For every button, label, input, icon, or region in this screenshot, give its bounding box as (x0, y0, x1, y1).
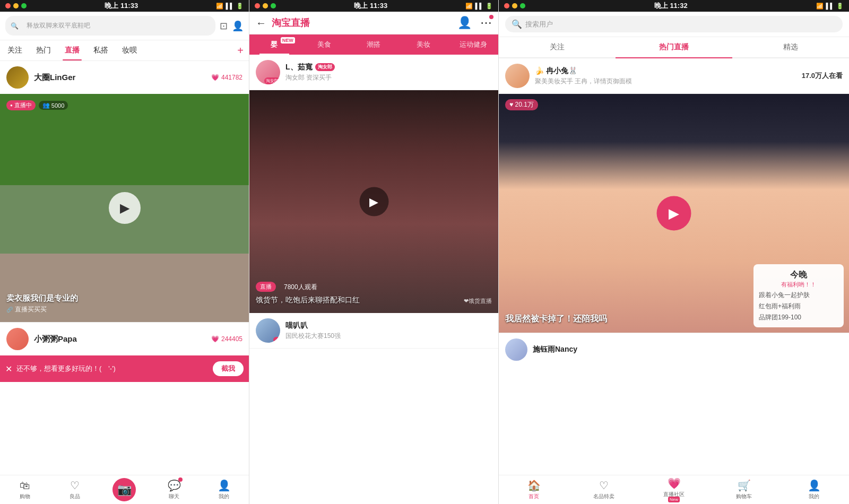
banner-action-button[interactable]: 截我 (213, 361, 244, 376)
tab-hot[interactable]: 热门 (34, 40, 53, 60)
streamer2-name[interactable]: 小粥粥Papa (34, 334, 211, 344)
fans-icon-2: 💗 (211, 335, 219, 343)
tabs-1: 关注 热门 直播 私搭 妆呗 + (0, 40, 249, 61)
panel-2: 晚上 11:33 📶 ▌▌ 🔋 ← 淘宝直播 👤 ⋯ 婴 NEW 美食 潮搭 美… (249, 0, 499, 504)
p3-promo-line3: 品牌团199-100 (759, 313, 838, 322)
p2-streamer1-row: 淘女郎 L、茹寬 淘女郎 淘女郎 资深买手 (249, 55, 498, 90)
tab-private[interactable]: 私搭 (91, 40, 110, 60)
cat-sports[interactable]: 运动健身 (448, 34, 498, 55)
p3-search-icon: 🔍 (512, 19, 522, 29)
p3-nav-home[interactable]: 🏠 首页 (499, 475, 569, 504)
profile-button-1[interactable]: 👤 (232, 20, 244, 32)
back-button[interactable]: ← (256, 17, 266, 29)
community-new-badge: New (668, 497, 680, 502)
p3-streamer2-avatar[interactable] (505, 338, 527, 361)
p3-nav-community[interactable]: 💗 直播社区 New (639, 475, 709, 504)
search-bar-1: 🔍 释放双脚来双平底鞋吧 ⊡ 👤 (0, 12, 249, 40)
signal-icon-3: ▌▌ (826, 3, 834, 9)
search-box-1[interactable]: 🔍 释放双脚来双平底鞋吧 (5, 16, 215, 36)
panel-3: 晚上 11:32 📶 ▌▌ 🔋 🔍 搜索用户 关注 热门直播 精选 🍌 冉小兔🐰… (499, 0, 849, 504)
status-bar-1: 晚上 11:33 📶 ▌▌ 🔋 (0, 0, 249, 12)
nav-gooditems-label: 良品 (70, 493, 80, 500)
p3-search-bar: 🔍 搜索用户 (499, 12, 849, 37)
p3-search-box[interactable]: 🔍 搜索用户 (505, 16, 843, 32)
banner-close-button[interactable]: ✕ (5, 364, 12, 374)
cat-food[interactable]: 美食 (299, 34, 349, 55)
bottom-nav-1: 🛍 购物 ♡ 良品 📷 💬 聊天 👤 我的 (0, 475, 249, 504)
battery-icon-2: 🔋 (486, 3, 493, 10)
cat-baby[interactable]: 婴 NEW (249, 34, 299, 55)
p3-video-caption: 我居然被卡掉了！还陪我吗 (505, 314, 607, 325)
cat-baby-badge: NEW (281, 37, 295, 44)
streamer1-video[interactable]: 直播中 👥 5000 ▶ 卖衣服我们是专业的 直播买买买 (0, 94, 249, 322)
p2-streamer1-name: L、茹寬 淘女郎 (285, 63, 492, 72)
status-bar-2: 晚上 11:33 📶 ▌▌ 🔋 (249, 0, 498, 12)
traffic-lights-1 (5, 3, 27, 8)
add-button-1[interactable]: + (237, 45, 244, 57)
p3-promo-title: 今晚 (759, 270, 838, 281)
cat-beauty[interactable]: 美妆 (398, 34, 448, 55)
battery-icon: 🔋 (236, 3, 244, 10)
p3-streamer1-header: 🍌 冉小兔🐰 聚美美妆买手 王冉，详情页御面模 17.0万人在看 (499, 58, 849, 94)
p2-verified-badge: 淘女郎 (264, 77, 280, 84)
streamer1-name[interactable]: 大圈LinGer (34, 73, 211, 83)
tab-live[interactable]: 直播 (63, 40, 82, 60)
fans-icon-1: 💗 (211, 74, 219, 81)
more-notification-dot (489, 15, 493, 19)
p2-more-icon[interactable]: ⋯ (480, 16, 492, 30)
p3-tab-featured[interactable]: 精选 (732, 37, 849, 57)
p3-name-emoji: 🍌 (535, 66, 544, 75)
p3-nav-brands-label: 名品特卖 (593, 493, 614, 500)
p2-streamer2-avatar[interactable]: ✓ (256, 318, 280, 343)
streamer1-avatar-img (6, 66, 29, 89)
cat-fashion[interactable]: 潮搭 (349, 34, 399, 55)
tab-follow[interactable]: 关注 (5, 40, 24, 60)
wifi-icon-3: 📶 (816, 3, 824, 10)
nav-chat[interactable]: 💬 聊天 (149, 475, 199, 504)
p3-promo-line1: 跟着小兔一起护肤 (759, 291, 838, 300)
camera-icon: 📷 (117, 483, 132, 497)
p3-streamer1-avatar[interactable] (505, 64, 530, 88)
p3-name-text: 冉小兔🐰 (546, 66, 577, 75)
nav-camera[interactable]: 📷 (100, 475, 150, 504)
camera-button[interactable]: 📷 (112, 478, 136, 501)
streamer2-fans-badge: 💗 244405 (211, 335, 242, 343)
play-button-1[interactable]: ▶ (109, 192, 141, 224)
wifi-icon: 📶 (216, 3, 223, 10)
nav-profile-label: 我的 (219, 493, 229, 500)
p2-play-button[interactable]: ▶ (359, 187, 388, 216)
p3-tab-hotlive[interactable]: 热门直播 (616, 37, 732, 58)
p3-profile-icon: 👤 (808, 479, 821, 492)
dot-yellow (13, 3, 19, 8)
p3-video-main[interactable]: ♥ 20.1万 ▶ 今晚 有福利哟！！ 跟着小兔一起护肤 红包雨+福利雨 品牌团… (499, 94, 849, 333)
battery-icon-3: 🔋 (836, 3, 844, 10)
scan-button-1[interactable]: ⊡ (220, 20, 228, 32)
p3-nav-cart[interactable]: 🛒 购物车 (709, 475, 779, 504)
fans-count-1: 441782 (221, 74, 242, 81)
p2-video-main[interactable]: ▶ 直播 7800人观看 饿货节，吃饱后来聊搭配和口红 ❤饿货直播 (249, 90, 498, 313)
dot-green (21, 3, 27, 8)
p3-play-button[interactable]: ▶ (657, 196, 691, 231)
dot-red (5, 3, 11, 8)
signal-icon-2: ▌▌ (475, 3, 483, 9)
nav-gooditems[interactable]: ♡ 良品 (50, 475, 100, 504)
dot-red-2 (255, 3, 260, 8)
p2-streamer1-avatar[interactable]: 淘女郎 (256, 60, 280, 84)
p3-promo-sub: 有福利哟！！ (759, 281, 838, 289)
p2-user-icon[interactable]: 👤 (457, 16, 472, 30)
live-badge-1: 直播中 👥 5000 (6, 100, 68, 110)
tab-makeup[interactable]: 妆呗 (120, 40, 139, 60)
search-placeholder-1: 释放双脚来双平底鞋吧 (21, 19, 210, 33)
nav-shopping-label: 购物 (20, 493, 30, 500)
streamer2-header: 小粥粥Papa 💗 244405 (0, 322, 249, 355)
p3-nav-profile[interactable]: 👤 我的 (779, 475, 849, 504)
streamer2-avatar[interactable] (6, 328, 29, 350)
streamer1-avatar[interactable] (6, 66, 29, 89)
viewers-icon-1: 👥 (42, 102, 50, 109)
chat-notification-dot (178, 477, 183, 482)
nav-shopping[interactable]: 🛍 购物 (0, 475, 50, 504)
nav-profile[interactable]: 👤 我的 (199, 475, 249, 504)
p3-tab-follow[interactable]: 关注 (499, 37, 616, 57)
p3-nav-brands[interactable]: ♡ 名品特卖 (569, 475, 639, 504)
p3-streamer2-name: 施钰雨Nancy (533, 345, 843, 354)
